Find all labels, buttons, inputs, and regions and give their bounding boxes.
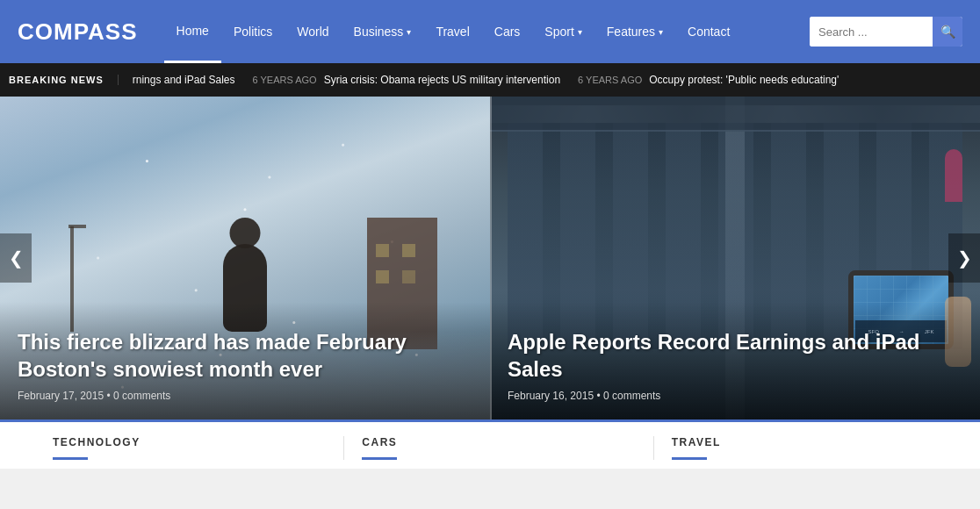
slider-prev-button[interactable]: ❮ [0, 233, 32, 283]
breaking-news-item-2[interactable]: 6 YEARS AGOOccupy protest: 'Public needs… [578, 74, 839, 86]
category-underline-2 [672, 457, 707, 460]
slide-2-title[interactable]: Apple Reports Record Earnings and iPad S… [508, 328, 962, 383]
category-col-cars: CARS [344, 436, 653, 460]
category-col-travel: TRAVEL [654, 436, 962, 460]
nav-item-travel[interactable]: Travel [423, 0, 481, 63]
slide-2-date: February 16, 2015 [508, 390, 594, 402]
overhead-bins [490, 97, 980, 132]
nav-item-world[interactable]: World [285, 0, 341, 63]
site-logo[interactable]: COMPASS [18, 18, 138, 46]
slide-1-title[interactable]: This fierce blizzard has made February B… [18, 328, 472, 383]
category-title-2[interactable]: TRAVEL [672, 436, 721, 448]
nav-item-business[interactable]: Business ▾ [342, 0, 424, 63]
nav-item-contact[interactable]: Contact [675, 0, 742, 63]
news-title-1: Syria crisis: Obama rejects US military … [324, 74, 560, 86]
category-title-1[interactable]: CARS [362, 436, 397, 448]
nav-item-home[interactable]: Home [164, 0, 221, 63]
nav-item-cars[interactable]: Cars [482, 0, 533, 63]
nav-item-features[interactable]: Features ▾ [594, 0, 675, 63]
slide-2-meta: February 16, 2015 • 0 comments [508, 390, 962, 402]
nav-item-sport[interactable]: Sport ▾ [532, 0, 594, 63]
news-title-0: rnings and iPad Sales [133, 74, 235, 86]
search-input[interactable] [810, 17, 933, 47]
news-age-1: 6 YEARS AGO [252, 75, 316, 85]
categories-bar: TECHNOLOGYCARSTRAVEL [0, 419, 980, 469]
category-underline-0 [53, 457, 88, 460]
breaking-news-bar: BREAKING NEWS rnings and iPad Sales6 YEA… [0, 63, 980, 97]
news-title-2: Occupy protest: 'Public needs educating' [649, 74, 839, 86]
category-underline-1 [362, 457, 397, 460]
slide-2-overlay: Apple Reports Record Earnings and iPad S… [490, 302, 980, 419]
slide-1-meta: February 17, 2015 • 0 comments [18, 390, 472, 402]
slide-divider [490, 97, 492, 419]
slide-2: SFO → JFK Apple Reports Record Earnings … [490, 97, 980, 419]
main-nav: HomePoliticsWorldBusiness ▾TravelCarsSpo… [164, 0, 810, 63]
breaking-news-item-1[interactable]: 6 YEARS AGOSyria crisis: Obama rejects U… [252, 74, 560, 86]
breaking-news-item-0[interactable]: rnings and iPad Sales [133, 74, 235, 86]
search-button[interactable]: 🔍 [933, 17, 962, 47]
slide-1-date: February 17, 2015 [18, 390, 104, 402]
slide-1-separator: • [106, 390, 113, 402]
slider-next-button[interactable]: ❯ [948, 233, 980, 283]
slide-1-comments: 0 comments [113, 390, 170, 402]
slide-2-comments: 0 comments [603, 390, 660, 402]
dropdown-chevron-icon: ▾ [659, 27, 663, 37]
category-title-0[interactable]: TECHNOLOGY [53, 436, 141, 448]
lamp-arm [68, 225, 86, 228]
slide-1: This fierce blizzard has made February B… [0, 97, 490, 419]
search-container: 🔍 [810, 17, 962, 47]
dropdown-chevron-icon: ▾ [578, 27, 582, 37]
news-age-2: 6 YEARS AGO [578, 75, 642, 85]
category-col-technology: TECHNOLOGY [18, 436, 344, 460]
passenger-silhouette [945, 149, 962, 202]
nav-item-politics[interactable]: Politics [221, 0, 285, 63]
slider-container: ❮ This fierce blizzard has made February… [0, 97, 980, 419]
slide-2-separator: • [596, 390, 603, 402]
slide-1-overlay: This fierce blizzard has made February B… [0, 302, 490, 419]
dropdown-chevron-icon: ▾ [407, 27, 411, 37]
header: COMPASS HomePoliticsWorldBusiness ▾Trave… [0, 0, 980, 63]
breaking-news-label: BREAKING NEWS [9, 75, 119, 85]
